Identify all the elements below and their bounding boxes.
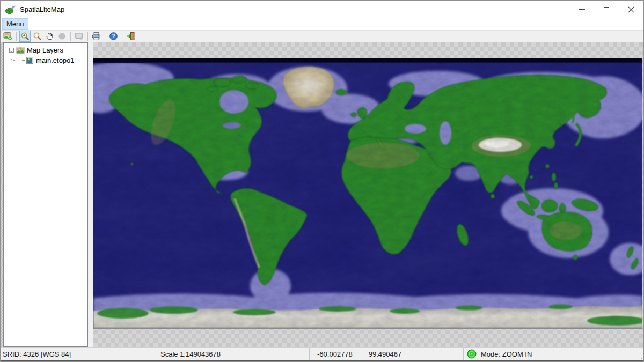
zoom-in-icon	[20, 32, 30, 41]
zoom-out-icon	[33, 32, 42, 41]
hand-icon	[45, 32, 54, 41]
mode-status-icon	[467, 349, 477, 359]
coord-y-label: 99.490467	[369, 350, 401, 358]
minimize-icon	[579, 9, 585, 10]
exit-door-icon	[126, 32, 135, 41]
menu-item-menu[interactable]: Menu	[2, 18, 28, 30]
layers-panel: Map Layers main.etopo1	[3, 42, 88, 347]
app-window: SpatiaLiteMap Menu	[0, 0, 644, 362]
statusbar-srid-section: SRID: 4326 [WGS 84]	[1, 348, 155, 360]
help-button[interactable]: ?	[108, 31, 119, 42]
tree-root-map-layers[interactable]: Map Layers	[9, 46, 63, 55]
toolbar-separator	[70, 32, 71, 41]
content-area: Map Layers main.etopo1	[1, 42, 643, 347]
menu-bar: Menu	[1, 18, 643, 30]
close-button[interactable]	[619, 1, 643, 18]
toolbar-separator	[122, 32, 122, 41]
layer-name-label: main.etopo1	[36, 56, 75, 64]
coord-x-label: -60.002778	[317, 350, 353, 358]
circle-icon	[57, 32, 67, 41]
close-icon	[628, 6, 634, 13]
statusbar-coords-section: -60.002778 99.490467	[309, 348, 463, 360]
window-title: SpatiaLiteMap	[20, 5, 64, 13]
map-add-icon	[3, 32, 12, 41]
identify-button	[56, 31, 68, 42]
statusbar-mode-section: Mode: ZOOM IN	[463, 348, 643, 360]
tree-item-layer[interactable]: main.etopo1	[9, 56, 75, 65]
map-layers-label: Map Layers	[27, 46, 63, 54]
toolbar-separator	[105, 32, 105, 41]
map-canvas[interactable]	[93, 42, 643, 347]
toolbar-separator	[16, 32, 17, 41]
zoom-in-button[interactable]	[19, 31, 31, 42]
maximize-button[interactable]	[594, 1, 619, 18]
mode-label: Mode: ZOOM IN	[481, 350, 532, 358]
world-map-image	[93, 58, 642, 329]
window-controls	[569, 1, 643, 18]
help-icon: ?	[109, 32, 118, 41]
svg-text:?: ?	[112, 33, 115, 39]
app-logo-icon	[5, 5, 17, 14]
screen-icon	[75, 32, 84, 41]
statusbar-scale-section: Scale 1:149043678	[155, 348, 309, 360]
map-settings-button	[74, 31, 85, 42]
toolbar-separator	[87, 32, 88, 41]
minimize-button[interactable]	[569, 1, 594, 18]
pan-button[interactable]	[44, 31, 55, 42]
status-bar: SRID: 4326 [WGS 84] Scale 1:149043678 -6…	[1, 347, 643, 360]
exit-button[interactable]	[125, 31, 136, 42]
tree-connector	[13, 60, 25, 61]
toolbar: ?	[1, 30, 643, 42]
srid-label: SRID: 4326 [WGS 84]	[3, 350, 71, 358]
title-bar: SpatiaLiteMap	[1, 1, 643, 18]
open-map-button[interactable]	[2, 31, 13, 42]
resize-grip[interactable]	[641, 358, 642, 359]
scale-label: Scale 1:149043678	[160, 350, 221, 358]
zoom-out-button[interactable]	[32, 31, 43, 42]
printer-icon	[92, 32, 101, 41]
map-layers-icon	[16, 46, 25, 55]
raster-layer-icon	[26, 57, 33, 64]
window-bottom-border	[1, 360, 643, 361]
maximize-icon	[604, 7, 609, 12]
print-button[interactable]	[91, 31, 102, 42]
